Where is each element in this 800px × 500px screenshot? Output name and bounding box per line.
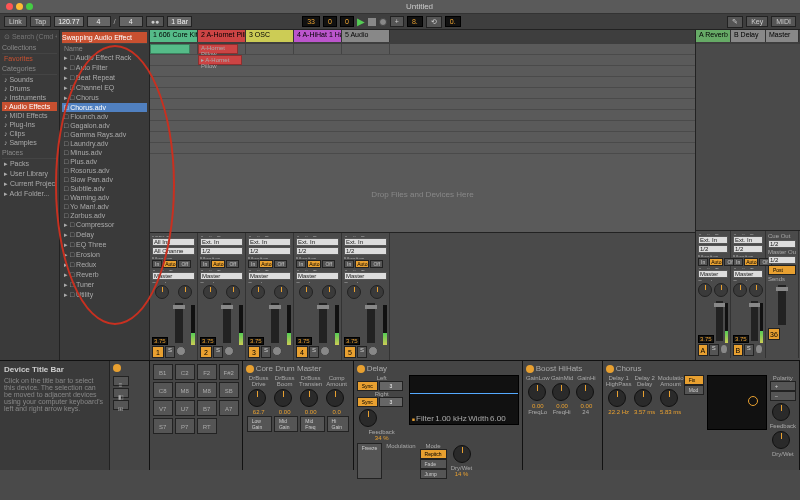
drum-pad[interactable]: SB xyxy=(219,382,239,398)
mod-btn[interactable]: Mod xyxy=(684,385,704,395)
favorites[interactable]: Favorites xyxy=(2,54,57,63)
category-drums[interactable]: ♪ Drums xyxy=(2,84,57,93)
chorus-drywet-knob[interactable] xyxy=(772,431,790,449)
metronome[interactable]: ●● xyxy=(146,16,164,27)
channel-select[interactable]: All Channe xyxy=(152,247,195,255)
track-header[interactable]: 4 A-HiHat 1 Half xyxy=(294,30,342,42)
solo-button[interactable]: S xyxy=(165,346,175,358)
polarity-pos[interactable]: + xyxy=(770,381,796,391)
mon-in[interactable]: In xyxy=(200,260,210,268)
send-b-knob[interactable] xyxy=(274,285,288,299)
feedback-knob[interactable] xyxy=(359,409,377,427)
record-button[interactable] xyxy=(379,18,387,26)
browser-item[interactable]: ▸ □ Audio Effect Rack xyxy=(62,53,147,63)
channel-select[interactable]: 1/2 xyxy=(248,247,291,255)
loop-toggle[interactable]: ⟲ xyxy=(426,16,442,28)
track-header[interactable]: 2 A-Hornet Pillow xyxy=(198,30,246,42)
quantize[interactable]: 1 Bar xyxy=(167,16,192,27)
return-header[interactable]: A Reverb xyxy=(696,30,731,42)
stop-button[interactable] xyxy=(368,18,376,26)
track-activator[interactable]: A xyxy=(698,344,708,356)
arrangement-row[interactable] xyxy=(150,77,695,88)
zoom-window[interactable] xyxy=(26,3,33,10)
volume-fader[interactable] xyxy=(319,303,327,343)
browser-item[interactable]: □ Minus.adv xyxy=(62,148,147,157)
arrangement-row[interactable]: ▸ A-Hornet Pillow xyxy=(150,55,695,66)
browser-item[interactable]: □ Warning.adv xyxy=(62,193,147,202)
arrangement-row[interactable]: A-Hornet Pillow xyxy=(150,44,695,55)
volume-fader[interactable] xyxy=(175,303,183,343)
gain-btn[interactable]: Low Gain xyxy=(247,416,272,432)
arm-button[interactable] xyxy=(272,346,282,356)
mon-auto[interactable]: Auto xyxy=(211,260,225,268)
place-item[interactable]: ▸ User Library xyxy=(2,169,57,179)
play-button[interactable]: ▶ xyxy=(357,16,365,27)
category-audio-effects[interactable]: ♪ Audio Effects xyxy=(2,102,57,111)
mon-in[interactable]: In xyxy=(248,260,258,268)
mon-auto[interactable]: Auto xyxy=(709,258,723,266)
name-column[interactable]: Name xyxy=(62,44,147,53)
solo-button[interactable]: S xyxy=(261,346,271,358)
device-on-icon[interactable] xyxy=(526,365,534,373)
mon-in[interactable]: In xyxy=(698,258,708,266)
drum-pad[interactable]: C8 xyxy=(153,382,173,398)
browser-item[interactable]: ▸ □ Utility xyxy=(62,290,147,300)
param-knob[interactable] xyxy=(326,389,344,407)
track-activator[interactable]: 2 xyxy=(200,346,212,358)
mon-off[interactable]: Off xyxy=(322,260,335,268)
track-activator[interactable]: 3 xyxy=(248,346,260,358)
category-sounds[interactable]: ♪ Sounds xyxy=(2,75,57,84)
send-b-knob[interactable] xyxy=(714,283,728,297)
param-knob[interactable] xyxy=(274,389,292,407)
category-plug-ins[interactable]: ♪ Plug-Ins xyxy=(2,120,57,129)
mon-auto[interactable]: Auto xyxy=(163,260,177,268)
place-item[interactable]: ▸ Current Projec xyxy=(2,179,57,189)
device-on-icon[interactable] xyxy=(357,365,365,373)
minimize-window[interactable] xyxy=(16,3,23,10)
send-a-knob[interactable] xyxy=(251,285,265,299)
channel-select[interactable]: 1/2 xyxy=(733,245,763,253)
browser-item[interactable]: ▸ □ Erosion xyxy=(62,250,147,260)
browser-item[interactable]: ▸ □ Auto Filter xyxy=(62,63,147,73)
param-knob[interactable] xyxy=(660,389,678,407)
gain-btn[interactable]: Hi Gain xyxy=(327,416,349,432)
sig-den[interactable]: 4 xyxy=(119,16,143,27)
right-sync[interactable]: Sync xyxy=(357,397,378,407)
browser-item[interactable]: ▸ □ Reverb xyxy=(62,270,147,280)
browser-item[interactable]: □ Chorus.adv xyxy=(62,103,147,112)
output-select[interactable]: Master xyxy=(733,270,763,278)
arm-button[interactable] xyxy=(720,344,728,354)
input-select[interactable]: Ext. In xyxy=(698,236,728,244)
param-knob[interactable] xyxy=(552,383,570,401)
arrangement-row[interactable] xyxy=(150,66,695,77)
send-a-knob[interactable] xyxy=(299,285,313,299)
send-a-knob[interactable] xyxy=(347,285,361,299)
loop-end[interactable]: 0. xyxy=(445,16,461,27)
draw-mode[interactable]: ✎ xyxy=(727,16,743,28)
output-select[interactable]: Master xyxy=(152,272,195,280)
track-activator[interactable]: 1 xyxy=(152,346,164,358)
midi-map[interactable]: MIDI xyxy=(771,16,796,27)
channel-select[interactable]: 1/2 xyxy=(296,247,339,255)
arrangement-row[interactable] xyxy=(150,132,695,143)
send-b-knob[interactable] xyxy=(322,285,336,299)
browser-item[interactable]: ▸ □ Redux xyxy=(62,260,147,270)
browser-item[interactable]: ▸ □ EQ Three xyxy=(62,240,147,250)
browser-item[interactable]: □ Flounch.adv xyxy=(62,112,147,121)
drywet-knob[interactable] xyxy=(453,445,471,463)
device-on-icon[interactable] xyxy=(113,364,121,372)
send-b-knob[interactable] xyxy=(226,285,240,299)
arrangement-row[interactable] xyxy=(150,99,695,110)
position-bar[interactable]: 33 xyxy=(302,16,320,27)
send-a-knob[interactable] xyxy=(155,285,169,299)
drum-pad[interactable]: S7 xyxy=(153,418,173,434)
drum-pad[interactable]: RT xyxy=(197,418,217,434)
mon-auto[interactable]: Auto xyxy=(307,260,321,268)
sig-num[interactable]: 4 xyxy=(87,16,111,27)
drum-pad[interactable]: U7 xyxy=(175,400,195,416)
channel-select[interactable]: 1/2 xyxy=(344,247,387,255)
drum-pad[interactable]: M8 xyxy=(197,382,217,398)
drum-pad[interactable]: A7 xyxy=(219,400,239,416)
track-header[interactable]: 3 OSC xyxy=(246,30,294,42)
drop-zone[interactable]: Drop Files and Devices Here xyxy=(150,154,695,232)
